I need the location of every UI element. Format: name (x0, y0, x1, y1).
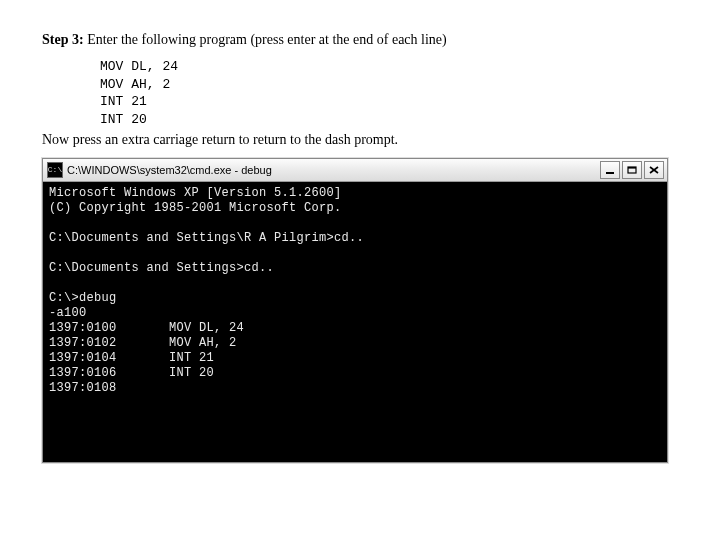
assembly-code-block: MOV DL, 24 MOV AH, 2 INT 21 INT 20 (100, 58, 678, 128)
window-title: C:\WINDOWS\system32\cmd.exe - debug (67, 164, 272, 176)
step-instruction: Step 3: Enter the following program (pre… (42, 32, 678, 48)
console-line: 1397:0104 INT 21 (49, 351, 214, 365)
svg-rect-2 (628, 167, 636, 169)
cmd-icon: C:\ (47, 162, 63, 178)
cmd-window: C:\ C:\WINDOWS\system32\cmd.exe - debug … (42, 158, 668, 463)
cmd-icon-text: C:\ (48, 166, 62, 174)
console-line: 1397:0102 MOV AH, 2 (49, 336, 237, 350)
console-line: C:\Documents and Settings\R A Pilgrim>cd… (49, 231, 364, 245)
close-icon (649, 166, 659, 174)
maximize-icon (627, 166, 637, 174)
after-instruction: Now press an extra carriage return to re… (42, 132, 678, 148)
code-line: MOV DL, 24 (100, 59, 178, 74)
titlebar: C:\ C:\WINDOWS\system32\cmd.exe - debug (43, 159, 667, 182)
console-line: C:\Documents and Settings>cd.. (49, 261, 274, 275)
maximize-button[interactable] (622, 161, 642, 179)
console-line: (C) Copyright 1985-2001 Microsoft Corp. (49, 201, 342, 215)
console-line: Microsoft Windows XP [Version 5.1.2600] (49, 186, 342, 200)
step-label: Step 3: (42, 32, 84, 47)
console-line: -a100 (49, 306, 87, 320)
console-line: C:\>debug (49, 291, 117, 305)
step-text: Enter the following program (press enter… (87, 32, 447, 47)
code-line: MOV AH, 2 (100, 77, 170, 92)
code-line: INT 20 (100, 112, 147, 127)
console-line: 1397:0108 (49, 381, 117, 395)
console-output: Microsoft Windows XP [Version 5.1.2600] … (43, 182, 667, 462)
console-line: 1397:0100 MOV DL, 24 (49, 321, 244, 335)
minimize-button[interactable] (600, 161, 620, 179)
minimize-icon (605, 166, 615, 174)
window-buttons (600, 161, 664, 179)
svg-rect-0 (606, 172, 614, 174)
code-line: INT 21 (100, 94, 147, 109)
console-line: 1397:0106 INT 20 (49, 366, 214, 380)
close-button[interactable] (644, 161, 664, 179)
